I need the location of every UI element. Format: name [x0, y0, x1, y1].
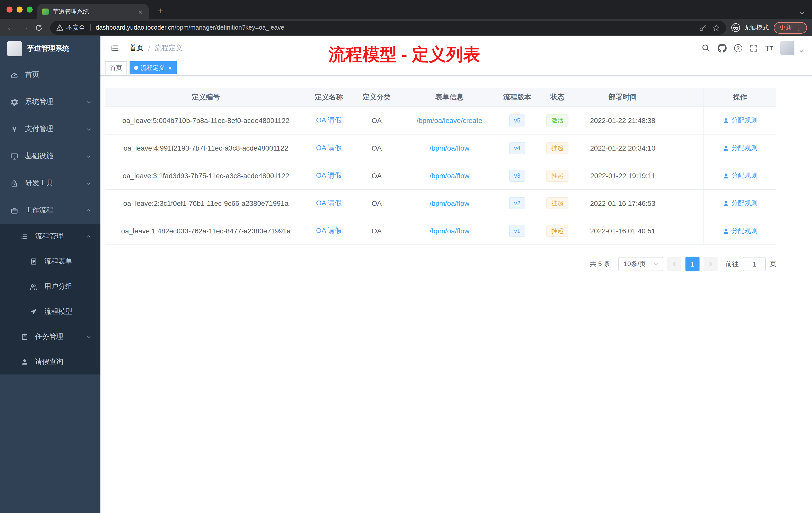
avatar-caret-down-icon[interactable]: [799, 49, 804, 54]
window-minimize-button[interactable]: [17, 6, 23, 12]
sidebar-item-label: 工作流程: [25, 206, 53, 215]
sidebar-item-process-management[interactable]: 流程管理: [0, 224, 100, 249]
version-badge: v1: [509, 225, 525, 237]
cell-deploy-time: 2022-01-16 01:40:51: [578, 227, 668, 235]
sidebar-logo[interactable]: 芋道管理系统: [0, 36, 100, 61]
user-avatar[interactable]: [780, 41, 794, 55]
definition-name-link[interactable]: OA 请假: [316, 227, 342, 235]
security-label[interactable]: 不安全: [66, 23, 85, 32]
assign-rule-link[interactable]: 分配规则: [722, 171, 757, 180]
send-icon: [29, 308, 38, 315]
github-icon[interactable]: [717, 43, 726, 53]
tab-close-icon[interactable]: ×: [137, 8, 144, 15]
update-button[interactable]: 更新 ⋮: [774, 22, 807, 33]
bookmark-star-icon[interactable]: [713, 24, 720, 31]
briefcase-icon: [10, 207, 19, 214]
sidebar-item-leave-query[interactable]: 请假查询: [0, 350, 100, 374]
sidebar-item-task-management[interactable]: 任务管理: [0, 324, 100, 350]
sidebar-item-process-model[interactable]: 流程模型: [0, 299, 100, 324]
goto-page-input[interactable]: [743, 257, 766, 271]
breadcrumb-home[interactable]: 首页: [129, 43, 144, 53]
table-row: oa_leave:3:1fad3d93-7b75-11ec-a3c8-acde4…: [106, 162, 776, 190]
page-unit-label: 页: [770, 260, 776, 269]
goto-label: 前往: [726, 260, 739, 269]
tag-label: 流程定义: [141, 63, 165, 72]
assign-rule-link[interactable]: 分配规则: [722, 227, 757, 235]
sidebar-item-label: 流程表单: [44, 257, 72, 266]
window-zoom-button[interactable]: [27, 6, 33, 12]
browser-toolbar: ← → 不安全 dashboard.yudao.iocoder.cn/bpm/m…: [0, 19, 812, 36]
sidebar: 芋道管理系统 首页 系统管理 ¥ 支付管理 基础设施: [0, 36, 100, 513]
tag-close-icon[interactable]: ×: [168, 64, 172, 71]
column-header-definition-id: 定义编号: [106, 93, 306, 102]
dashboard-icon: [10, 71, 19, 79]
form-info-link[interactable]: /bpm/oa/leave/create: [416, 117, 482, 124]
update-label: 更新: [779, 23, 792, 32]
assign-rule-link[interactable]: 分配规则: [722, 144, 757, 153]
page-size-select[interactable]: 10条/页: [618, 257, 663, 271]
hamburger-icon[interactable]: [109, 42, 120, 54]
sidebar-item-workflow[interactable]: 工作流程: [0, 197, 100, 224]
form-info-link[interactable]: /bpm/oa/flow: [430, 199, 469, 207]
fullscreen-icon[interactable]: [750, 44, 757, 52]
sidebar-item-system[interactable]: 系统管理: [0, 88, 100, 116]
cell-deploy-time: 2022-01-22 20:34:10: [578, 144, 668, 152]
browser-tab[interactable]: 芋道管理系统 ×: [37, 4, 149, 19]
assign-rule-link[interactable]: 分配规则: [722, 116, 757, 125]
cell-deploy-time: 2022-01-16 17:46:53: [578, 199, 668, 207]
prev-page-button[interactable]: [667, 257, 682, 271]
form-info-link[interactable]: /bpm/oa/flow: [430, 172, 469, 180]
definition-name-link[interactable]: OA 请假: [316, 199, 342, 208]
logo-avatar: [7, 41, 22, 56]
key-icon[interactable]: [699, 24, 706, 31]
sidebar-item-user-group[interactable]: 用户分组: [0, 274, 100, 299]
column-header-deploy-time: 部署时间: [578, 93, 668, 102]
sidebar-item-dev-tools[interactable]: 研发工具: [0, 170, 100, 197]
tab-favicon-icon: [42, 8, 49, 15]
sidebar-item-home[interactable]: 首页: [0, 61, 100, 88]
tag-process-definition[interactable]: 流程定义 ×: [129, 61, 176, 74]
document-icon: [29, 258, 38, 265]
list-icon: [20, 233, 29, 240]
chevron-down-icon: [86, 126, 91, 132]
breadcrumb-current: 流程定义: [155, 43, 183, 53]
person-icon: [20, 358, 29, 365]
help-icon[interactable]: ?: [734, 44, 742, 52]
new-tab-button[interactable]: +: [154, 4, 167, 18]
table-row: oa_leave:1:482ec033-762a-11ec-8477-a2380…: [106, 217, 776, 245]
workflow-submenu: 流程管理 流程表单 用户分组 流程模型 任务管理: [0, 224, 100, 374]
reload-icon[interactable]: [32, 21, 45, 34]
window-close-button[interactable]: [6, 6, 12, 12]
next-page-button[interactable]: [703, 257, 718, 271]
definition-name-link[interactable]: OA 请假: [316, 171, 342, 180]
sidebar-item-process-form[interactable]: 流程表单: [0, 249, 100, 274]
form-info-link[interactable]: /bpm/oa/flow: [430, 144, 469, 152]
address-bar[interactable]: 不安全 dashboard.yudao.iocoder.cn/bpm/manag…: [50, 21, 726, 34]
form-info-link[interactable]: /bpm/oa/flow: [430, 227, 469, 235]
assign-rule-link[interactable]: 分配规则: [722, 199, 757, 208]
url-text[interactable]: dashboard.yudao.iocoder.cn/bpm/manager/d…: [96, 24, 694, 31]
cell-definition-id: oa_leave:5:004b710b-7b8a-11ec-8ef0-acde4…: [106, 117, 306, 124]
browser-menu-icon[interactable]: ⋮: [795, 24, 802, 31]
search-icon[interactable]: [701, 44, 710, 52]
version-badge: v5: [509, 115, 525, 126]
back-icon[interactable]: ←: [4, 21, 17, 34]
sidebar-item-payment[interactable]: ¥ 支付管理: [0, 116, 100, 143]
page-number-button[interactable]: 1: [686, 257, 699, 271]
definition-name-link[interactable]: OA 请假: [316, 116, 342, 125]
chevron-right-icon: [707, 261, 714, 267]
column-header-operation: 操作: [703, 88, 776, 107]
browser-titlebar: 芋道管理系统 × +: [0, 0, 812, 19]
page-size-value: 10条/页: [624, 260, 646, 269]
tag-home[interactable]: 首页: [106, 61, 126, 74]
sidebar-item-label: 首页: [25, 70, 39, 79]
version-badge: v4: [509, 142, 525, 154]
chevron-up-icon: [86, 208, 91, 213]
sidebar-item-label: 任务管理: [35, 332, 63, 341]
definition-name-link[interactable]: OA 请假: [316, 144, 342, 153]
chevron-up-icon: [86, 234, 91, 239]
font-size-icon[interactable]: TT: [765, 44, 773, 52]
tab-search-chevron-icon[interactable]: [799, 10, 805, 16]
sidebar-item-infrastructure[interactable]: 基础设施: [0, 143, 100, 170]
forward-icon[interactable]: →: [18, 21, 31, 34]
